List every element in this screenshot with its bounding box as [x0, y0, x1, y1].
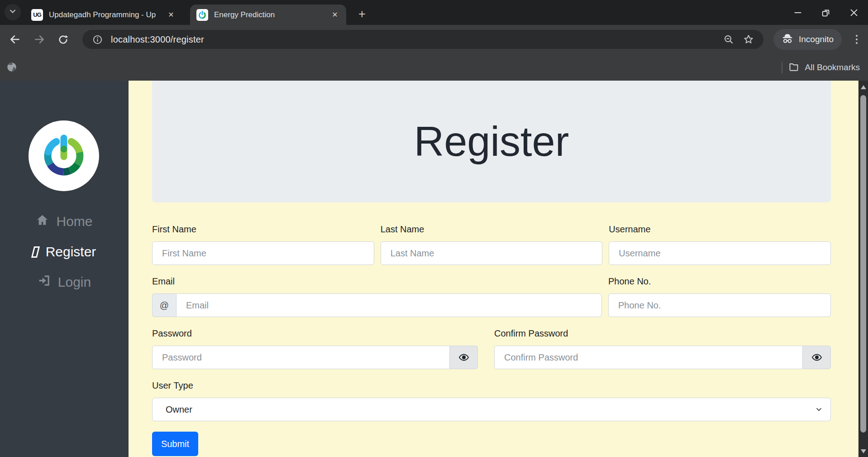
home-icon [36, 213, 49, 230]
eye-icon [458, 352, 469, 363]
chevron-down-icon [8, 7, 17, 18]
email-label: Email [152, 276, 602, 287]
user-type-label: User Type [152, 380, 831, 391]
tab-strip: UG Updategadh Programming - Up ✕ Energy … [0, 0, 868, 25]
updategadh-favicon: UG [31, 9, 43, 21]
window-controls [784, 0, 868, 25]
back-button[interactable] [7, 32, 23, 47]
tab-energy-prediction[interactable]: Energy Prediction ✕ [190, 5, 346, 25]
submit-button[interactable]: Submit [152, 432, 198, 456]
sidebar-item-login[interactable]: Login [0, 273, 129, 291]
scrollbar-thumb[interactable] [860, 95, 866, 433]
globe-bookmark-icon[interactable] [6, 61, 18, 75]
last-name-label: Last Name [381, 224, 603, 235]
power-logo-icon [38, 130, 89, 181]
contact-row: Email @ Phone No. [152, 276, 831, 317]
scroll-up-arrow[interactable] [861, 85, 866, 89]
new-tab-button[interactable]: + [354, 6, 370, 22]
email-field[interactable] [176, 293, 602, 317]
scroll-down-arrow[interactable] [861, 449, 866, 453]
restore-button[interactable] [812, 0, 840, 25]
confirm-password-field[interactable] [494, 346, 803, 369]
url-text[interactable]: localhost:3000/register [111, 34, 722, 45]
sidebar-item-label: Home [56, 214, 92, 229]
page-header-box: Register [152, 81, 831, 202]
sidebar-item-label: Register [46, 244, 96, 260]
incognito-badge: Incognito [773, 29, 842, 50]
minimize-button[interactable] [784, 0, 812, 25]
password-label: Password [152, 328, 478, 339]
username-field[interactable] [609, 241, 831, 265]
browser-menu-button[interactable] [849, 32, 864, 47]
sidebar-item-label: Login [58, 274, 91, 290]
zoom-out-icon[interactable] [722, 33, 735, 46]
confirm-password-label: Confirm Password [494, 328, 831, 339]
site-info-icon[interactable] [91, 33, 104, 46]
password-row: Password Confirm Password [152, 328, 831, 369]
favicon-text: UG [33, 11, 41, 18]
folder-icon [788, 61, 799, 74]
close-tab-icon[interactable]: ✕ [165, 9, 177, 21]
page-viewport: Home Register Login Register [0, 81, 868, 457]
first-name-field[interactable] [152, 241, 374, 265]
phone-label: Phone No. [608, 276, 831, 287]
username-label: Username [609, 224, 831, 235]
bookmark-star-icon[interactable] [742, 33, 755, 46]
incognito-label: Incognito [799, 34, 834, 44]
register-page: Register First Name Last Name Username [129, 81, 858, 457]
password-field[interactable] [152, 346, 450, 369]
address-bar[interactable]: localhost:3000/register [82, 30, 763, 49]
first-name-label: First Name [152, 224, 374, 235]
browser-toolbar: localhost:3000/register Incognito [0, 25, 868, 54]
tab-search-button[interactable] [5, 4, 21, 20]
page-scrollbar[interactable] [858, 81, 868, 457]
last-name-field[interactable] [381, 241, 603, 265]
sidebar-item-register[interactable]: Register [0, 243, 129, 261]
phone-field[interactable] [608, 293, 831, 317]
close-window-button[interactable] [840, 0, 868, 25]
power-favicon [196, 9, 208, 21]
bookmarks-separator [782, 62, 782, 73]
forward-button[interactable] [32, 32, 47, 47]
tab-title: Updategadh Programming - Up [49, 10, 165, 19]
toggle-password-visibility-button[interactable] [450, 346, 478, 369]
user-type-select[interactable]: Owner [152, 398, 831, 421]
user-type-row: User Type Owner [152, 380, 831, 421]
reload-button[interactable] [55, 32, 71, 47]
tab-title: Energy Prediction [214, 10, 329, 19]
eye-icon [811, 352, 822, 363]
name-row: First Name Last Name Username [152, 224, 831, 265]
bookmarks-bar: All Bookmarks [0, 54, 868, 81]
all-bookmarks-button[interactable]: All Bookmarks [805, 63, 860, 72]
register-form: First Name Last Name Username Email @ [152, 224, 831, 456]
sidebar: Home Register Login [0, 81, 129, 457]
sidebar-item-home[interactable]: Home [0, 212, 129, 231]
tab-updategadh[interactable]: UG Updategadh Programming - Up ✕ [25, 5, 182, 25]
incognito-icon [782, 33, 793, 46]
email-at-prefix: @ [152, 293, 176, 317]
sign-in-icon [38, 274, 51, 290]
close-tab-icon[interactable]: ✕ [329, 9, 341, 21]
toggle-confirm-password-visibility-button[interactable] [803, 346, 831, 369]
page-title: Register [414, 118, 569, 165]
sidebar-nav: Home Register Login [0, 212, 129, 303]
register-icon [31, 246, 40, 258]
app-logo [29, 120, 99, 191]
